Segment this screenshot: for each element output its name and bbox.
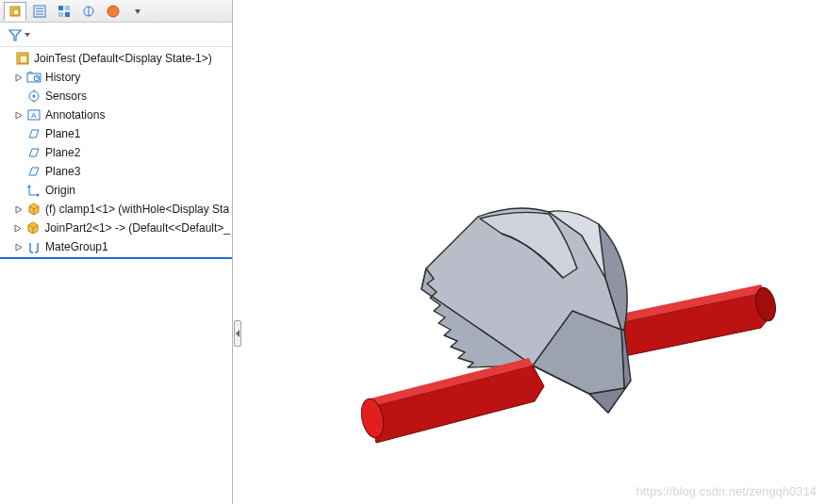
svg-marker-36 — [16, 206, 22, 213]
tree-item-label: History — [45, 71, 80, 84]
tree-item-label: Annotations — [45, 108, 105, 122]
svg-marker-30 — [29, 149, 39, 156]
tab-property-manager[interactable] — [28, 2, 51, 21]
svg-rect-16 — [20, 56, 27, 63]
tree-tab-bar — [0, 0, 232, 23]
tree-item-annotations[interactable]: A Annotations — [0, 106, 232, 124]
tree-rollback-bar[interactable] — [0, 257, 232, 259]
funnel-icon — [8, 27, 23, 42]
feature-tree-panel: JoinTest (Default<Display State-1>) Hist… — [0, 0, 233, 504]
model-view — [233, 0, 826, 504]
chevron-down-icon — [25, 33, 30, 37]
tab-feature-tree[interactable] — [4, 2, 26, 21]
tree-item-sensors[interactable]: Sensors — [0, 87, 232, 106]
tab-overflow[interactable] — [126, 2, 149, 21]
svg-marker-31 — [29, 168, 39, 175]
expander-icon[interactable] — [13, 109, 25, 121]
plane-icon — [26, 164, 41, 179]
property-icon — [32, 4, 47, 19]
tree-item-plane2[interactable]: Plane2 — [0, 143, 232, 162]
tab-dimxpert[interactable] — [77, 2, 100, 21]
expander-icon[interactable] — [13, 203, 25, 215]
filter-button[interactable] — [4, 25, 34, 44]
plane-icon — [26, 126, 41, 141]
svg-marker-17 — [16, 74, 22, 81]
tree-item-label: MateGroup1 — [45, 240, 108, 253]
expander-icon[interactable] — [13, 222, 25, 234]
overflow-icon — [134, 4, 141, 19]
plane-icon — [26, 145, 41, 160]
svg-marker-13 — [135, 9, 140, 14]
origin-icon — [26, 183, 41, 198]
part-icon — [26, 202, 41, 217]
tree-item-label: JoinPart2<1> -> (Default<<Default>_ — [44, 221, 230, 235]
sensors-icon — [26, 89, 41, 104]
tree-root[interactable]: JoinTest (Default<Display State-1>) — [0, 49, 232, 68]
tab-display-manager[interactable] — [102, 2, 124, 21]
expander-icon[interactable] — [13, 241, 25, 252]
svg-marker-46 — [16, 244, 22, 251]
tree-filter-bar — [0, 23, 232, 47]
tree-item-plane1[interactable]: Plane1 — [0, 124, 232, 143]
feature-tree: JoinTest (Default<Display State-1>) Hist… — [0, 47, 232, 504]
svg-marker-34 — [27, 185, 31, 187]
tree-item-label: Plane3 — [45, 165, 80, 178]
tree-root-label: JoinTest (Default<Display State-1>) — [34, 52, 212, 65]
tree-item-mategroup[interactable]: MateGroup1 — [0, 237, 232, 256]
graphics-viewport[interactable]: https://blog.csdn.net/zengqh0314 — [233, 0, 826, 504]
svg-marker-35 — [37, 193, 40, 197]
svg-marker-26 — [16, 112, 22, 119]
assembly-icon — [8, 4, 23, 19]
svg-rect-7 — [65, 6, 70, 10]
tree-item-plane3[interactable]: Plane3 — [0, 162, 232, 181]
tree-item-label: Plane2 — [45, 146, 80, 159]
tab-configuration-manager[interactable] — [53, 2, 75, 21]
svg-marker-29 — [29, 130, 39, 138]
annotations-icon: A — [26, 107, 41, 122]
config-icon — [57, 4, 72, 19]
tree-item-joinpart2[interactable]: JoinPart2<1> -> (Default<<Default>_ — [0, 219, 232, 237]
svg-rect-9 — [65, 12, 70, 17]
tree-item-label: (f) clamp1<1> (withHole<Display Sta — [45, 203, 229, 216]
folder-history-icon — [26, 70, 41, 85]
svg-point-23 — [33, 95, 36, 98]
svg-rect-8 — [58, 12, 63, 17]
tree-item-history[interactable]: History — [0, 68, 232, 87]
svg-rect-6 — [58, 6, 63, 10]
svg-marker-14 — [9, 30, 21, 41]
svg-text:A: A — [31, 111, 37, 120]
svg-point-12 — [107, 6, 119, 17]
svg-marker-41 — [15, 225, 21, 232]
panel-splitter-handle[interactable] — [234, 320, 241, 347]
mates-icon — [26, 239, 41, 254]
part-icon — [25, 220, 41, 236]
dim-icon — [81, 4, 96, 19]
tree-item-origin[interactable]: Origin — [0, 181, 232, 200]
tree-item-label: Origin — [45, 184, 75, 197]
svg-rect-1 — [13, 9, 19, 15]
assembly-icon — [15, 51, 30, 66]
tree-item-label: Plane1 — [45, 127, 80, 140]
tree-item-label: Sensors — [45, 89, 87, 103]
expander-icon[interactable] — [13, 72, 25, 83]
display-icon — [106, 4, 121, 19]
tree-item-clamp1[interactable]: (f) clamp1<1> (withHole<Display Sta — [0, 200, 232, 219]
